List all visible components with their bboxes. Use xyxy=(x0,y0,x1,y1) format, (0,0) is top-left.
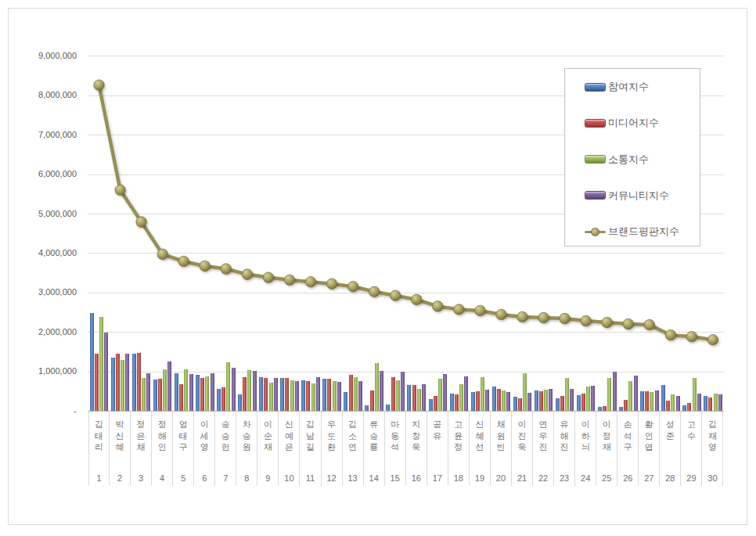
category-label: 마 동 석 xyxy=(385,419,405,453)
chart-canvas: -1,000,0002,000,0003,000,0004,000,0005,0… xyxy=(0,0,756,536)
category-cell-21: 이 진 욱21 xyxy=(512,412,533,486)
y-tick-label: 8,000,000 xyxy=(11,90,77,99)
bar-커뮤니티지수-rank11 xyxy=(316,377,320,411)
rank-label: 21 xyxy=(512,473,532,483)
bar-미디어지수-rank12 xyxy=(327,379,331,411)
category-label: 김 소 연 xyxy=(343,419,363,453)
rank-label: 12 xyxy=(322,473,342,483)
bar-미디어지수-rank1 xyxy=(95,354,99,411)
category-cell-14: 류 승 룡14 xyxy=(364,412,385,486)
category-cell-6: 이 세 영6 xyxy=(194,412,215,486)
rank-label: 15 xyxy=(385,473,405,483)
bar-미디어지수-rank14 xyxy=(370,390,374,411)
legend-item-소통지수: 소통지수 xyxy=(585,148,649,171)
bar-미디어지수-rank13 xyxy=(349,375,353,411)
category-label: 우 도 환 xyxy=(322,419,342,453)
category-label: 정 은 채 xyxy=(131,419,151,453)
y-tick-label: - xyxy=(11,406,77,415)
rank-label: 22 xyxy=(533,473,553,483)
bar-커뮤니티지수-rank19 xyxy=(485,390,489,411)
category-cell-8: 차 승 원8 xyxy=(236,412,257,486)
bar-미디어지수-rank24 xyxy=(581,394,585,411)
bar-미디어지수-rank15 xyxy=(391,377,395,411)
bar-참여지수-rank11 xyxy=(301,380,305,411)
bar-커뮤니티지수-rank16 xyxy=(422,384,426,411)
category-label: 고 수 xyxy=(681,419,701,441)
category-label: 김 태 리 xyxy=(89,419,109,453)
category-label: 차 승 원 xyxy=(236,419,257,453)
bar-미디어지수-rank30 xyxy=(708,398,712,411)
category-cell-9: 이 순 재9 xyxy=(257,412,279,486)
bar-미디어지수-rank23 xyxy=(560,396,564,411)
legend-label: 브랜드평판지수 xyxy=(608,225,679,239)
rank-label: 18 xyxy=(448,473,469,483)
bar-커뮤니티지수-rank10 xyxy=(295,381,299,411)
bar-소통지수-rank28 xyxy=(671,394,675,411)
legend-box: 참여지수미디어지수소통지수커뮤니티지수브랜드평판지수 xyxy=(564,68,700,246)
bar-미디어지수-rank27 xyxy=(645,391,649,411)
y-tick-label: 6,000,000 xyxy=(11,169,77,178)
y-tick-label: 5,000,000 xyxy=(11,209,77,218)
bar-소통지수-rank7 xyxy=(226,362,230,411)
category-cell-26: 손 석 구26 xyxy=(617,412,639,486)
bar-참여지수-rank25 xyxy=(598,407,602,411)
category-label: 이 진 욱 xyxy=(512,419,532,453)
bar-소통지수-rank11 xyxy=(311,383,315,411)
category-label: 박 신 혜 xyxy=(110,419,130,453)
category-label: 이 하 늬 xyxy=(575,419,596,453)
bar-소통지수-rank5 xyxy=(184,369,188,411)
bar-소통지수-rank30 xyxy=(714,394,718,411)
bar-참여지수-rank13 xyxy=(344,392,347,411)
bar-커뮤니티지수-rank24 xyxy=(591,386,595,411)
bar-참여지수-rank15 xyxy=(386,405,390,411)
category-label: 김 재 영 xyxy=(702,419,722,453)
category-cell-30: 김 재 영30 xyxy=(702,412,723,486)
legend-bar-swatch-icon xyxy=(585,191,606,200)
rank-label: 20 xyxy=(491,473,511,483)
gridline-2m xyxy=(88,332,724,333)
rank-label: 17 xyxy=(427,473,448,483)
category-label: 이 정 재 xyxy=(596,419,617,453)
bar-미디어지수-rank3 xyxy=(137,353,141,411)
bar-커뮤니티지수-rank6 xyxy=(211,373,214,411)
bar-커뮤니티지수-rank30 xyxy=(718,394,722,411)
bar-커뮤니티지수-rank15 xyxy=(401,372,405,411)
bar-커뮤니티지수-rank25 xyxy=(613,372,617,411)
category-label: 지 창 욱 xyxy=(406,419,427,453)
bar-소통지수-rank20 xyxy=(502,390,506,411)
bar-소통지수-rank4 xyxy=(163,369,167,411)
bar-참여지수-rank19 xyxy=(471,392,475,411)
bar-커뮤니티지수-rank13 xyxy=(358,381,362,411)
category-cell-1: 김 태 리1 xyxy=(88,412,110,486)
legend-label: 참여지수 xyxy=(608,80,649,94)
bar-소통지수-rank17 xyxy=(438,379,442,411)
bar-미디어지수-rank22 xyxy=(539,391,543,411)
bar-참여지수-rank2 xyxy=(111,358,115,411)
bar-미디어지수-rank11 xyxy=(306,381,310,411)
bar-커뮤니티지수-rank22 xyxy=(549,389,553,411)
bar-미디어지수-rank5 xyxy=(179,384,183,411)
category-label: 연 우 진 xyxy=(533,419,553,453)
bar-미디어지수-rank2 xyxy=(116,354,120,411)
legend-bar-swatch-icon xyxy=(585,119,606,128)
rank-label: 13 xyxy=(343,473,363,483)
category-cell-19: 신 혜 선19 xyxy=(470,412,491,486)
category-label: 공 유 xyxy=(427,419,448,441)
category-label: 신 예 은 xyxy=(279,419,299,453)
bar-소통지수-rank6 xyxy=(205,376,209,411)
legend-item-브랜드평판지수: 브랜드평판지수 xyxy=(585,220,679,243)
rank-label: 8 xyxy=(236,473,257,483)
bar-커뮤니티지수-rank8 xyxy=(253,371,257,411)
category-cell-24: 이 하 늬24 xyxy=(575,412,596,486)
bar-미디어지수-rank20 xyxy=(497,389,501,411)
bar-참여지수-rank16 xyxy=(407,385,411,411)
legend-line-dot xyxy=(591,228,599,236)
bar-참여지수-rank23 xyxy=(556,398,560,411)
bar-미디어지수-rank8 xyxy=(243,377,247,411)
gridline-4m xyxy=(88,253,724,254)
rank-label: 2 xyxy=(110,473,130,483)
category-cell-12: 우 도 환12 xyxy=(322,412,343,486)
category-cell-23: 유 해 진23 xyxy=(554,412,575,486)
rank-label: 24 xyxy=(575,473,596,483)
gridline-3m xyxy=(88,293,724,293)
